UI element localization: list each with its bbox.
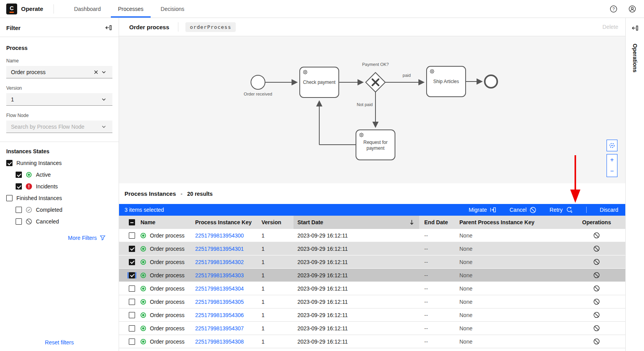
row-checkbox[interactable]	[129, 285, 135, 292]
row-checkbox[interactable]	[129, 246, 135, 252]
table-header-row: Name Process Instance Key Version Start …	[119, 216, 625, 229]
running-instances-checkbox[interactable]	[6, 160, 12, 166]
table-row[interactable]: Order process 2251799813954303 1 2023-09…	[119, 269, 625, 282]
cancel-operation-icon[interactable]	[593, 272, 600, 278]
diagram-zoom-out-button[interactable]: −	[607, 165, 617, 177]
process-instance-key-link[interactable]: 2251799813954303	[195, 272, 244, 278]
results-count: 20 results	[187, 191, 212, 197]
cancel-button[interactable]: Cancel	[509, 207, 536, 213]
cancel-operation-icon[interactable]	[593, 338, 600, 345]
main-panel: Order process orderProcess Delete	[119, 18, 625, 351]
bpmn-diagram[interactable]: Order received Check payment Payment OK?…	[119, 36, 625, 183]
process-instance-key-link[interactable]: 2251799813954302	[195, 259, 244, 265]
brand[interactable]: C Operate	[0, 4, 43, 14]
cancel-operation-icon[interactable]	[593, 298, 600, 305]
row-process-name: Order process	[150, 339, 185, 345]
active-state-icon	[141, 259, 146, 265]
select-all-checkbox[interactable]	[129, 219, 135, 225]
running-instances-filter[interactable]: Running Instances	[6, 160, 112, 166]
tab-decisions[interactable]: Decisions	[152, 0, 193, 18]
active-filter[interactable]: Active	[16, 172, 112, 178]
table-row[interactable]: Order process 2251799813954304 1 2023-09…	[119, 282, 625, 295]
table-row[interactable]: Order process 2251799813954301 1 2023-09…	[119, 242, 625, 255]
discard-button[interactable]: Discard	[600, 207, 618, 213]
cancel-operation-icon[interactable]	[593, 325, 600, 332]
incidents-filter[interactable]: Incidents	[16, 183, 112, 190]
more-filters-button[interactable]: More Filters	[6, 235, 105, 241]
table-row[interactable]: Order process 2251799813954307 1 2023-09…	[119, 322, 625, 335]
finished-instances-checkbox[interactable]	[6, 195, 12, 201]
incidents-checkbox[interactable]	[16, 183, 22, 190]
user-icon[interactable]	[626, 3, 639, 15]
retry-button[interactable]: Retry	[550, 207, 573, 213]
col-end-date[interactable]: End Date	[419, 219, 455, 225]
canceled-filter[interactable]: Canceled	[16, 218, 112, 225]
process-instance-key-link[interactable]: 2251799813954300	[195, 232, 244, 239]
canceled-checkbox[interactable]	[16, 218, 22, 225]
completed-checkbox[interactable]	[16, 207, 22, 213]
active-checkbox[interactable]	[16, 172, 22, 178]
process-instance-key-link[interactable]: 2251799813954307	[195, 325, 244, 332]
row-parent-key: None	[455, 259, 568, 265]
diagram-reset-zoom-button[interactable]	[607, 140, 617, 151]
completed-filter[interactable]: Completed	[16, 207, 112, 213]
reset-filters-link[interactable]: Reset filters	[0, 339, 119, 351]
table-row[interactable]: Order process 2251799813954305 1 2023-09…	[119, 295, 625, 308]
row-checkbox[interactable]	[129, 259, 135, 265]
cancel-operation-icon[interactable]	[593, 312, 600, 318]
delete-button[interactable]: Delete	[603, 24, 618, 30]
flow-paid-label: paid	[403, 73, 411, 78]
process-name-select[interactable]: Order process	[6, 66, 112, 78]
row-process-name: Order process	[150, 246, 185, 252]
row-checkbox[interactable]	[129, 272, 135, 278]
collapse-panel-icon[interactable]	[105, 24, 112, 32]
table-row[interactable]: Order process 2251799813954306 1 2023-09…	[119, 308, 625, 322]
col-version[interactable]: Version	[262, 219, 294, 225]
row-checkbox[interactable]	[129, 325, 135, 332]
cancel-operation-icon[interactable]	[593, 232, 600, 239]
end-event[interactable]	[485, 75, 497, 88]
chevron-down-icon[interactable]	[100, 123, 108, 131]
cancel-operation-icon[interactable]	[593, 285, 600, 292]
col-key[interactable]: Process Instance Key	[195, 219, 262, 225]
chevron-down-icon[interactable]	[100, 96, 108, 103]
flow-node-select[interactable]: Search by Process Flow Node	[6, 121, 112, 133]
table-row[interactable]: Order process 2251799813954300 1 2023-09…	[119, 229, 625, 242]
cancel-operation-icon[interactable]	[593, 259, 600, 265]
table-row[interactable]: Order process 2251799813954302 1 2023-09…	[119, 255, 625, 269]
help-icon[interactable]: ?	[607, 3, 620, 15]
row-version: 1	[262, 246, 294, 252]
row-process-name: Order process	[150, 325, 185, 332]
filter-panel: Filter Process Name Order process Versio…	[0, 18, 119, 351]
row-checkbox[interactable]	[129, 312, 135, 318]
row-checkbox[interactable]	[129, 232, 135, 239]
sort-descending-icon[interactable]	[409, 219, 415, 225]
tab-dashboard[interactable]: Dashboard	[66, 0, 110, 18]
row-version: 1	[262, 259, 294, 265]
process-instance-key-link[interactable]: 2251799813954306	[195, 312, 244, 318]
process-instance-key-link[interactable]: 2251799813954305	[195, 299, 244, 305]
start-event[interactable]	[251, 75, 265, 89]
row-start-date: 2023-09-29 16:12:11	[294, 312, 419, 318]
brand-name: Operate	[21, 5, 43, 12]
table-row[interactable]: Order process 2251799813954308 1 2023-09…	[119, 335, 625, 348]
version-select[interactable]: 1	[6, 93, 112, 106]
process-instance-key-link[interactable]: 2251799813954304	[195, 285, 244, 292]
top-nav: C Operate Dashboard Processes Decisions …	[0, 0, 644, 18]
expand-panel-icon[interactable]	[631, 24, 639, 32]
finished-instances-filter[interactable]: Finished Instances	[6, 195, 112, 201]
row-checkbox[interactable]	[129, 299, 135, 305]
cancel-operation-icon[interactable]	[593, 245, 600, 252]
col-name[interactable]: Name	[139, 219, 195, 225]
process-instance-key-link[interactable]: 2251799813954301	[195, 246, 244, 252]
col-parent-key[interactable]: Parent Process Instance Key	[455, 219, 568, 225]
tab-processes[interactable]: Processes	[109, 0, 152, 18]
row-end-date: --	[419, 339, 455, 345]
row-checkbox[interactable]	[129, 339, 135, 345]
col-start-date[interactable]: Start Date	[294, 216, 419, 229]
migrate-button[interactable]: Migrate	[469, 207, 496, 213]
chevron-down-icon[interactable]	[100, 68, 108, 76]
clear-icon[interactable]	[92, 68, 100, 76]
diagram-zoom-in-button[interactable]: +	[607, 154, 617, 166]
process-instance-key-link[interactable]: 2251799813954308	[195, 339, 244, 345]
